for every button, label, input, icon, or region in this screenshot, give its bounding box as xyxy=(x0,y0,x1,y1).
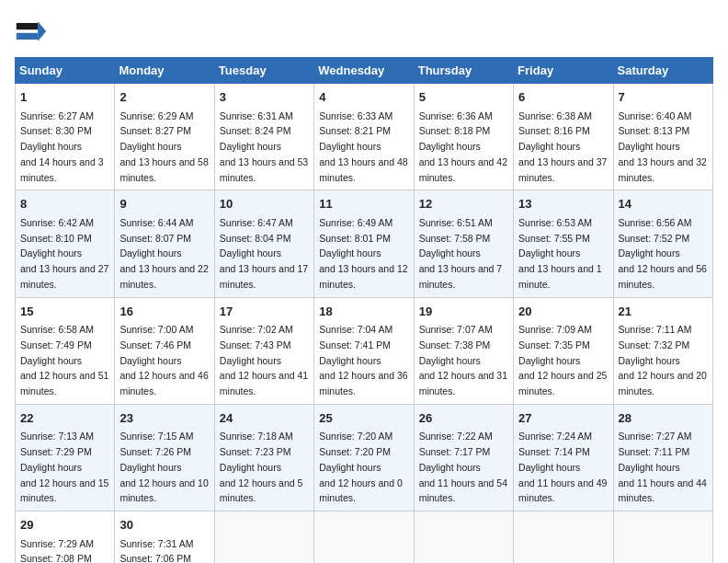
calendar-cell: 20 Sunrise: 7:09 AMSunset: 7:35 PMDaylig… xyxy=(514,297,613,404)
day-number: 14 xyxy=(619,195,708,213)
calendar-cell: 4 Sunrise: 6:33 AMSunset: 8:21 PMDayligh… xyxy=(314,84,414,190)
svg-rect-2 xyxy=(17,23,38,29)
calendar-cell: 13 Sunrise: 6:53 AMSunset: 7:55 PMDaylig… xyxy=(514,190,613,297)
calendar-cell: 5 Sunrise: 6:36 AMSunset: 8:18 PMDayligh… xyxy=(414,84,513,190)
day-number: 12 xyxy=(419,195,508,213)
calendar-cell: 19 Sunrise: 7:07 AMSunset: 7:38 PMDaylig… xyxy=(414,297,513,404)
calendar-cell xyxy=(514,511,613,564)
svg-rect-3 xyxy=(17,33,38,40)
day-info: Sunrise: 6:36 AMSunset: 8:18 PMDaylight … xyxy=(419,110,507,183)
calendar-cell: 25 Sunrise: 7:20 AMSunset: 7:20 PMDaylig… xyxy=(314,404,414,511)
calendar-table: SundayMondayTuesdayWednesdayThursdayFrid… xyxy=(15,57,713,563)
day-header-friday: Friday xyxy=(514,58,613,84)
calendar-cell: 1 Sunrise: 6:27 AMSunset: 8:30 PMDayligh… xyxy=(16,84,115,190)
day-info: Sunrise: 6:58 AMSunset: 7:49 PMDaylight … xyxy=(20,324,108,396)
day-header-thursday: Thursday xyxy=(414,58,513,84)
day-number: 4 xyxy=(319,88,408,107)
day-info: Sunrise: 6:51 AMSunset: 7:58 PMDaylight … xyxy=(419,217,503,290)
day-number: 26 xyxy=(419,409,508,428)
day-info: Sunrise: 6:47 AMSunset: 8:04 PMDaylight … xyxy=(220,217,308,290)
day-info: Sunrise: 6:40 AMSunset: 8:13 PMDaylight … xyxy=(619,110,707,183)
day-info: Sunrise: 6:44 AMSunset: 8:07 PMDaylight … xyxy=(119,217,208,290)
day-info: Sunrise: 6:38 AMSunset: 8:16 PMDaylight … xyxy=(518,110,607,183)
calendar-cell: 8 Sunrise: 6:42 AMSunset: 8:10 PMDayligh… xyxy=(16,190,115,297)
day-header-wednesday: Wednesday xyxy=(314,58,414,84)
calendar-cell: 10 Sunrise: 6:47 AMSunset: 8:04 PMDaylig… xyxy=(214,190,313,297)
calendar-cell: 23 Sunrise: 7:15 AMSunset: 7:26 PMDaylig… xyxy=(115,404,214,511)
calendar-cell: 11 Sunrise: 6:49 AMSunset: 8:01 PMDaylig… xyxy=(314,190,414,297)
calendar-cell: 7 Sunrise: 6:40 AMSunset: 8:13 PMDayligh… xyxy=(613,84,712,190)
calendar-cell: 2 Sunrise: 6:29 AMSunset: 8:27 PMDayligh… xyxy=(115,84,214,190)
day-info: Sunrise: 7:29 AMSunset: 7:08 PMDaylight … xyxy=(20,538,108,564)
day-info: Sunrise: 7:20 AMSunset: 7:20 PMDaylight … xyxy=(319,431,403,503)
day-number: 7 xyxy=(619,88,708,107)
calendar-week-2: 8 Sunrise: 6:42 AMSunset: 8:10 PMDayligh… xyxy=(16,190,713,297)
calendar-cell: 29 Sunrise: 7:29 AMSunset: 7:08 PMDaylig… xyxy=(16,511,115,564)
day-number: 23 xyxy=(119,409,209,428)
calendar-cell: 15 Sunrise: 6:58 AMSunset: 7:49 PMDaylig… xyxy=(16,297,115,404)
day-number: 22 xyxy=(20,409,109,428)
calendar-cell: 16 Sunrise: 7:00 AMSunset: 7:46 PMDaylig… xyxy=(115,297,214,404)
day-info: Sunrise: 6:49 AMSunset: 8:01 PMDaylight … xyxy=(319,217,407,290)
calendar-cell: 21 Sunrise: 7:11 AMSunset: 7:32 PMDaylig… xyxy=(613,297,712,404)
day-info: Sunrise: 6:31 AMSunset: 8:24 PMDaylight … xyxy=(220,110,308,183)
day-number: 27 xyxy=(518,409,608,428)
calendar-cell: 28 Sunrise: 7:27 AMSunset: 7:11 PMDaylig… xyxy=(613,404,712,511)
calendar-cell: 3 Sunrise: 6:31 AMSunset: 8:24 PMDayligh… xyxy=(214,84,313,190)
day-info: Sunrise: 7:11 AMSunset: 7:32 PMDaylight … xyxy=(619,324,707,396)
logo-icon xyxy=(15,15,48,48)
day-number: 20 xyxy=(518,303,608,321)
calendar-cell: 27 Sunrise: 7:24 AMSunset: 7:14 PMDaylig… xyxy=(514,404,613,511)
calendar-cell: 18 Sunrise: 7:04 AMSunset: 7:41 PMDaylig… xyxy=(314,297,414,404)
day-number: 25 xyxy=(319,409,408,428)
day-info: Sunrise: 7:31 AMSunset: 7:06 PMDaylight … xyxy=(119,538,208,564)
day-number: 21 xyxy=(619,303,708,321)
calendar-cell: 24 Sunrise: 7:18 AMSunset: 7:23 PMDaylig… xyxy=(214,404,313,511)
day-number: 13 xyxy=(518,195,608,213)
day-number: 10 xyxy=(220,195,309,213)
logo xyxy=(15,15,51,48)
day-info: Sunrise: 7:15 AMSunset: 7:26 PMDaylight … xyxy=(119,431,208,503)
day-header-saturday: Saturday xyxy=(613,58,712,84)
day-number: 11 xyxy=(319,195,408,213)
calendar-cell: 12 Sunrise: 6:51 AMSunset: 7:58 PMDaylig… xyxy=(414,190,513,297)
calendar-week-3: 15 Sunrise: 6:58 AMSunset: 7:49 PMDaylig… xyxy=(16,297,713,404)
calendar-week-4: 22 Sunrise: 7:13 AMSunset: 7:29 PMDaylig… xyxy=(16,404,713,511)
calendar-cell xyxy=(214,511,313,564)
day-number: 30 xyxy=(119,516,209,534)
day-info: Sunrise: 7:02 AMSunset: 7:43 PMDaylight … xyxy=(220,324,308,396)
calendar-week-1: 1 Sunrise: 6:27 AMSunset: 8:30 PMDayligh… xyxy=(16,84,713,190)
calendar-cell: 14 Sunrise: 6:56 AMSunset: 7:52 PMDaylig… xyxy=(613,190,712,297)
day-info: Sunrise: 6:27 AMSunset: 8:30 PMDaylight … xyxy=(20,110,104,183)
day-info: Sunrise: 7:07 AMSunset: 7:38 PMDaylight … xyxy=(419,324,507,396)
day-number: 6 xyxy=(518,88,608,107)
calendar-cell: 22 Sunrise: 7:13 AMSunset: 7:29 PMDaylig… xyxy=(16,404,115,511)
day-info: Sunrise: 6:42 AMSunset: 8:10 PMDaylight … xyxy=(20,217,108,290)
day-info: Sunrise: 7:22 AMSunset: 7:17 PMDaylight … xyxy=(419,431,507,503)
day-number: 28 xyxy=(619,409,708,428)
day-info: Sunrise: 6:33 AMSunset: 8:21 PMDaylight … xyxy=(319,110,407,183)
day-number: 16 xyxy=(119,303,209,321)
day-info: Sunrise: 6:29 AMSunset: 8:27 PMDaylight … xyxy=(119,110,208,183)
day-info: Sunrise: 7:18 AMSunset: 7:23 PMDaylight … xyxy=(220,431,303,503)
calendar-cell: 6 Sunrise: 6:38 AMSunset: 8:16 PMDayligh… xyxy=(514,84,613,190)
day-info: Sunrise: 7:13 AMSunset: 7:29 PMDaylight … xyxy=(20,431,108,503)
day-info: Sunrise: 7:09 AMSunset: 7:35 PMDaylight … xyxy=(518,324,607,396)
day-number: 2 xyxy=(119,88,209,107)
day-number: 18 xyxy=(319,303,408,321)
day-info: Sunrise: 7:04 AMSunset: 7:41 PMDaylight … xyxy=(319,324,407,396)
day-info: Sunrise: 6:56 AMSunset: 7:52 PMDaylight … xyxy=(619,217,707,290)
calendar-week-5: 29 Sunrise: 7:29 AMSunset: 7:08 PMDaylig… xyxy=(16,511,713,564)
day-number: 9 xyxy=(119,195,209,213)
day-number: 19 xyxy=(419,303,508,321)
day-header-monday: Monday xyxy=(115,58,214,84)
day-number: 1 xyxy=(20,88,109,107)
day-number: 5 xyxy=(419,88,508,107)
day-info: Sunrise: 7:27 AMSunset: 7:11 PMDaylight … xyxy=(619,431,707,503)
day-number: 24 xyxy=(220,409,309,428)
day-number: 3 xyxy=(220,88,309,107)
day-header-tuesday: Tuesday xyxy=(214,58,313,84)
day-number: 8 xyxy=(20,195,109,213)
day-info: Sunrise: 6:53 AMSunset: 7:55 PMDaylight … xyxy=(518,217,602,290)
calendar-cell: 26 Sunrise: 7:22 AMSunset: 7:17 PMDaylig… xyxy=(414,404,513,511)
